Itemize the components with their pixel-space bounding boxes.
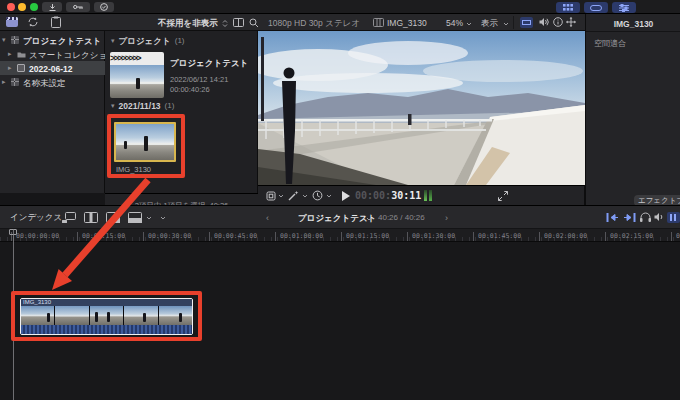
tool-menu-chevron-icon[interactable] (160, 216, 166, 220)
viewer-view-menu[interactable]: 表示 (481, 19, 498, 28)
browser-pane: ▾ プロジェクト (1) >>>>>>>> プロジェクトテスト 2022/06/… (105, 31, 258, 193)
overwrite-clip-icon[interactable] (128, 212, 142, 223)
retime-icon[interactable] (312, 190, 323, 201)
inspector-title: IMG_3130 (586, 19, 680, 29)
filmstrip-chevrons: >>>>>>>> (110, 52, 164, 65)
ruler-tick: 00:02:15:00 (610, 232, 653, 240)
sidebar-item-untitled-library[interactable]: ▸ 名称未設定 (0, 75, 105, 89)
append-clip-icon[interactable] (106, 212, 120, 223)
viewer-clip-name: IMG_3130 (387, 19, 427, 28)
timeline-clip[interactable]: IMG_3130 (20, 298, 193, 335)
chevron-down-icon[interactable] (503, 22, 509, 26)
trim-end-icon[interactable] (623, 213, 636, 222)
insert-clip-icon[interactable] (84, 212, 98, 223)
move-transform-icon[interactable] (566, 17, 576, 27)
ruler-tick: 00:01:45:00 (478, 232, 521, 240)
audio-fade-icon[interactable] (654, 212, 665, 222)
play-button[interactable] (342, 191, 350, 201)
main-toolbar: 不採用を非表示 1080p HD 30p ステレオ IMG_3130 54% 表… (0, 14, 680, 31)
pill-icon (590, 5, 602, 11)
disclosure-right-icon[interactable]: ▸ (8, 64, 12, 72)
sidebar-item-smart-collection[interactable]: ▸ スマートコレクション (0, 47, 105, 61)
clipboard-icon[interactable] (51, 16, 61, 28)
timeline-ruler[interactable]: 00:00:00:00 00:00:15:00 00:00:30:00 00:0… (0, 228, 680, 242)
project-name[interactable]: プロジェクトテスト (170, 59, 248, 68)
fcp-window: 不採用を非表示 1080p HD 30p ステレオ IMG_3130 54% 表… (0, 0, 680, 400)
check-circle-icon (100, 3, 108, 11)
key-icon (73, 4, 83, 10)
sidebar-item-event-selected[interactable]: ▸ 2022-06-12 (0, 61, 105, 75)
ruler-tick: 00:00:45:00 (214, 232, 257, 240)
timecode-seconds: 30:11 (391, 190, 421, 201)
media-import-icon[interactable] (6, 17, 18, 27)
previous-project-arrow[interactable]: ‹ (266, 213, 269, 223)
project-date: 2022/06/12 14:21 (170, 76, 228, 84)
browser-clip-selected[interactable] (114, 122, 176, 162)
zoom-window-button[interactable] (30, 3, 38, 11)
section-count: (1) (165, 102, 175, 110)
fullscreen-expand-icon[interactable] (498, 191, 508, 201)
search-icon[interactable] (249, 18, 259, 28)
connect-clip-icon[interactable] (62, 212, 76, 223)
audio-meters-button[interactable] (667, 212, 680, 223)
chevron-down-icon[interactable] (366, 217, 372, 221)
ruler-tick: 00:00:15:00 (82, 232, 125, 240)
minimize-window-button[interactable] (18, 3, 26, 11)
sidebar-item-label: 名称未設定 (23, 79, 66, 88)
timeline-duration-display: 40:26 / 40:26 (378, 214, 425, 222)
disclosure-down-icon[interactable]: ▾ (111, 102, 115, 110)
timeline-project-name[interactable]: プロジェクトテスト (298, 214, 376, 223)
clip-filmstrip (21, 306, 192, 325)
hide-rejected-filter[interactable]: 不採用を非表示 (158, 19, 218, 28)
chevron-down-icon[interactable] (466, 22, 472, 26)
ruler-tick: 00:02:30:00 (676, 232, 680, 240)
viewer-video-frame (258, 31, 585, 185)
sidebar-item-library[interactable]: ▾ プロジェクトテスト (0, 33, 105, 47)
info-icon[interactable] (553, 17, 563, 27)
project-duration: 00:00:40:26 (170, 86, 210, 94)
import-media-button[interactable] (42, 2, 62, 12)
chevron-down-icon[interactable] (302, 194, 308, 198)
enhancements-wand-icon[interactable] (288, 190, 299, 201)
crop-tool-icon[interactable] (266, 191, 276, 201)
chevron-down-icon[interactable] (146, 216, 152, 220)
effects-browser-toggle-button[interactable] (584, 2, 608, 13)
media-browser-toggle-button[interactable] (556, 2, 580, 13)
chevron-down-icon[interactable] (278, 194, 284, 198)
titlebar (0, 0, 680, 14)
trim-start-icon[interactable] (606, 213, 619, 222)
section-title: プロジェクト (119, 37, 171, 46)
section-count: (1) (175, 37, 185, 45)
keyword-editor-button[interactable] (66, 2, 90, 12)
chevron-down-icon[interactable] (326, 194, 332, 198)
background-tasks-button[interactable] (94, 2, 114, 12)
playhead-line[interactable] (13, 229, 14, 400)
disclosure-right-icon[interactable]: ▸ (2, 78, 6, 86)
viewer-timecode[interactable]: 00:00:30:11 (355, 191, 421, 201)
project-thumbnail[interactable]: >>>>>>>> (110, 52, 164, 98)
disclosure-right-icon[interactable]: ▸ (8, 50, 12, 58)
next-project-arrow[interactable]: › (445, 213, 448, 223)
timeline-index-button[interactable]: インデックス (10, 213, 62, 222)
solo-headphones-icon[interactable] (640, 212, 651, 222)
disclosure-down-icon[interactable]: ▾ (111, 37, 115, 45)
clip-audio-waveform (21, 325, 192, 334)
inspector-toggle-button[interactable] (612, 2, 636, 13)
viewer-zoom-menu[interactable]: 54% (446, 19, 463, 28)
close-window-button[interactable] (7, 3, 15, 11)
disclosure-down-icon[interactable]: ▾ (2, 36, 6, 44)
browser-section-projects[interactable]: ▾ プロジェクト (1) (111, 37, 185, 46)
timeline-toolbar: インデックス ‹ プロジェクトテスト 40:26 / 40:26 › (0, 205, 680, 228)
sliders-icon (619, 4, 629, 12)
audio-speaker-icon[interactable] (539, 17, 549, 27)
sync-icon[interactable] (27, 17, 39, 27)
inspector-pane: IMG_3130 空間適合 エフェクトプリセ (585, 14, 680, 205)
section-title: 2021/11/13 (119, 102, 161, 111)
ruler-tick: 00:01:15:00 (346, 232, 389, 240)
av-output-button[interactable] (520, 17, 533, 28)
filmstrip-view-icon[interactable] (233, 18, 244, 27)
chevron-updown-icon[interactable] (222, 20, 228, 27)
browser-status-bar: 2項目中 1項目を選択, 40:26 (105, 193, 258, 205)
browser-section-event[interactable]: ▾ 2021/11/13 (1) (111, 102, 174, 111)
inspector-section-spatial-conform[interactable]: 空間適合 (594, 40, 626, 48)
